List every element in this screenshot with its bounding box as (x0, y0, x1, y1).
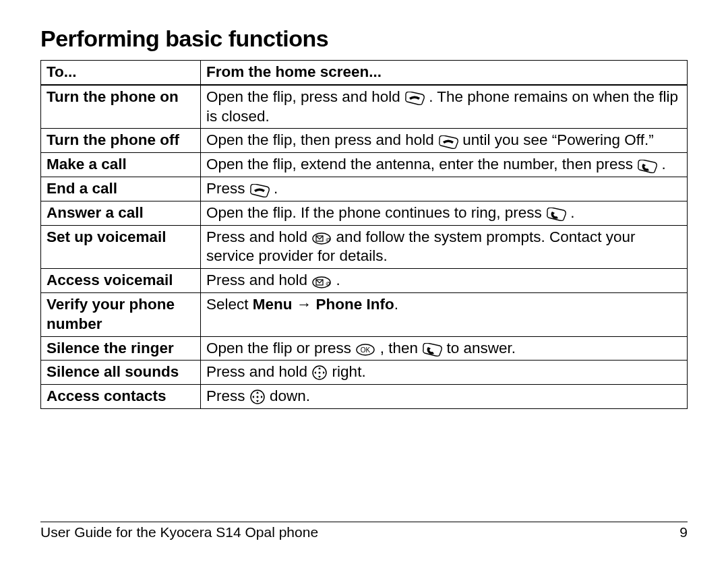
row-task: Access voicemail (41, 269, 201, 293)
instruction-text: . (270, 180, 278, 197)
svg-marker-15 (256, 392, 259, 394)
page-title: Performing basic functions (40, 26, 688, 52)
instruction-text: right. (328, 363, 365, 380)
nav-key-icon (249, 389, 266, 405)
instruction-text: Press (206, 180, 249, 197)
instruction-text: down. (266, 387, 310, 404)
row-instruction: Open the flip. If the phone continues to… (201, 201, 688, 225)
svg-point-13 (319, 371, 321, 373)
svg-text:@: @ (326, 280, 331, 286)
table-row: Verify your phone numberSelect Menu → Ph… (41, 292, 688, 336)
end-key-icon (438, 135, 458, 149)
row-instruction: Press and hold @ . (201, 269, 688, 293)
table-row: Make a callOpen the flip, extend the ant… (41, 153, 688, 177)
row-task: Access contacts (41, 385, 201, 409)
header-row: To... From the home screen... (41, 61, 688, 85)
table-row: Turn the phone offOpen the flip, then pr… (41, 129, 688, 153)
instruction-text: to answer. (442, 340, 516, 356)
row-instruction: Open the flip, extend the antenna, enter… (201, 153, 688, 177)
send-key-icon (546, 208, 566, 221)
row-instruction: Press and hold @ and follow the system p… (201, 225, 688, 269)
ok-key-icon: OK (355, 343, 375, 356)
voicemail-key-icon: @ (311, 232, 332, 245)
svg-text:@: @ (326, 237, 331, 243)
instruction-text: . (566, 204, 575, 221)
row-task: Verify your phone number (41, 292, 201, 336)
instruction-text: → (293, 296, 316, 313)
row-task: Silence all sounds (41, 361, 201, 385)
instruction-text: Press and hold (206, 228, 311, 245)
instruction-text: Open the flip, extend the antenna, enter… (206, 156, 637, 173)
send-key-icon (422, 343, 442, 356)
table-row: Silence the ringerOpen the flip or press… (41, 336, 688, 361)
instruction-text: Open the flip or press (206, 340, 355, 356)
instruction-text: . (657, 156, 666, 173)
row-instruction: Open the flip or press OK , then to answ… (201, 336, 688, 361)
svg-marker-18 (261, 396, 263, 398)
send-key-icon (637, 160, 657, 173)
table-row: Set up voicemailPress and hold @ and fol… (41, 225, 688, 269)
instruction-text: , then (375, 340, 422, 356)
table-row: Turn the phone onOpen the flip, press an… (41, 85, 688, 129)
table-row: Silence all soundsPress and hold right. (41, 361, 688, 385)
footer-left: User Guide for the Kyocera S14 Opal phon… (40, 524, 318, 540)
instruction-text: Press and hold (206, 272, 311, 288)
instruction-text: Open the flip, press and hold (206, 88, 404, 105)
svg-marker-11 (314, 371, 316, 374)
instruction-text: Open the flip. If the phone continues to… (206, 204, 546, 221)
nav-key-icon (311, 365, 328, 381)
row-task: Set up voicemail (41, 225, 201, 269)
page-footer: User Guide for the Kyocera S14 Opal phon… (40, 522, 688, 540)
row-instruction: Press and hold right. (201, 361, 688, 385)
row-instruction: Select Menu → Phone Info. (201, 292, 688, 336)
row-instruction: Press . (201, 177, 688, 201)
svg-marker-10 (318, 376, 321, 378)
row-instruction: Open the flip, press and hold . The phon… (201, 85, 688, 129)
end-key-icon (249, 184, 270, 197)
instruction-text: until you see “Powering Off.” (458, 131, 654, 148)
svg-marker-16 (256, 400, 259, 402)
table-row: Access contactsPress down. (41, 385, 688, 409)
instruction-text: Press and hold (206, 363, 311, 380)
table-row: End a callPress . (41, 177, 688, 201)
table-row: Answer a callOpen the flip. If the phone… (41, 201, 688, 225)
end-key-icon (404, 92, 425, 105)
row-instruction: Press down. (201, 385, 688, 409)
row-task: Make a call (41, 153, 201, 177)
svg-marker-17 (252, 396, 254, 398)
row-task: End a call (41, 177, 201, 201)
instruction-text: . (394, 296, 398, 313)
functions-table: To... From the home screen... Turn the p… (40, 60, 688, 409)
row-instruction: Open the flip, then press and hold until… (201, 129, 688, 153)
instruction-text: Select (206, 296, 253, 313)
instruction-bold: Menu (253, 296, 293, 313)
row-task: Turn the phone on (41, 85, 201, 129)
svg-point-19 (256, 396, 258, 398)
header-from: From the home screen... (201, 61, 688, 85)
row-task: Turn the phone off (41, 129, 201, 153)
instruction-text: . (332, 272, 340, 288)
instruction-text: Open the flip, then press and hold (206, 131, 438, 148)
footer-page-number: 9 (679, 524, 688, 540)
svg-marker-9 (318, 367, 321, 369)
row-task: Silence the ringer (41, 336, 201, 361)
header-to: To... (41, 61, 201, 85)
instruction-text: Press (206, 387, 249, 404)
voicemail-key-icon: @ (311, 276, 332, 289)
svg-marker-12 (323, 371, 325, 374)
table-row: Access voicemailPress and hold @ . (41, 269, 688, 293)
svg-text:OK: OK (361, 346, 371, 354)
instruction-bold: Phone Info (316, 296, 394, 313)
row-task: Answer a call (41, 201, 201, 225)
